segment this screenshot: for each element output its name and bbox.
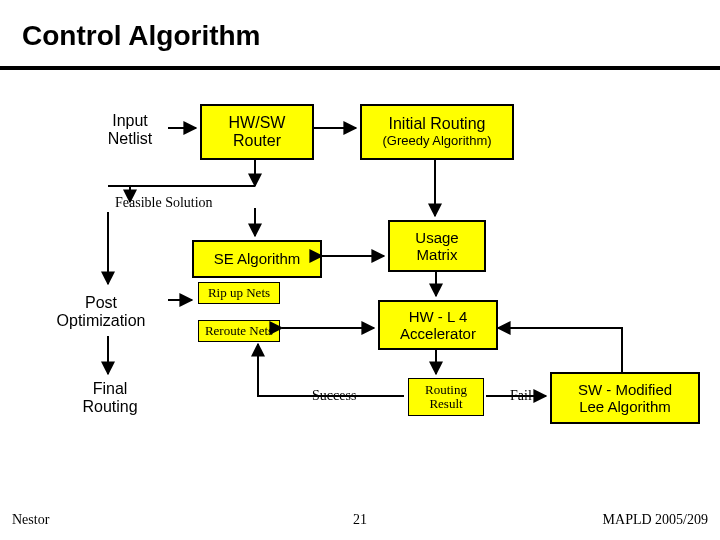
box-se-algorithm: SE Algorithm	[192, 240, 322, 278]
box-usage-matrix: Usage Matrix	[388, 220, 486, 272]
arrow-layer	[0, 0, 720, 540]
box-routing-result: Routing Result	[408, 378, 484, 416]
title-rule	[0, 66, 720, 70]
label-feasible-solution: Feasible Solution	[115, 195, 213, 211]
slide: { "title": "Control Algorithm", "labels"…	[0, 0, 720, 540]
box-initial-routing: Initial Routing (Greedy Algorithm)	[360, 104, 514, 160]
box-reroute-nets: Reroute Nets	[198, 320, 280, 342]
arrow-sw-to-accel	[498, 328, 622, 372]
label-final-routing: Final Routing	[70, 380, 150, 416]
label-success: Success	[312, 388, 356, 404]
slide-title: Control Algorithm	[22, 20, 260, 52]
box-rip-up-nets: Rip up Nets	[198, 282, 280, 304]
label-input-netlist: Input Netlist	[90, 112, 170, 148]
label-fail: Fail	[510, 388, 532, 404]
box-sw-modified-lee: SW - Modified Lee Algorithm	[550, 372, 700, 424]
text-initial-routing-sub: (Greedy Algorithm)	[362, 134, 512, 149]
box-hw-accelerator: HW - L 4 Accelerator	[378, 300, 498, 350]
box-hwsw-router: HW/SW Router	[200, 104, 314, 160]
footer-right: MAPLD 2005/209	[603, 512, 708, 528]
text-initial-routing: Initial Routing	[362, 115, 512, 133]
label-post-optimization: Post Optimization	[46, 294, 156, 330]
